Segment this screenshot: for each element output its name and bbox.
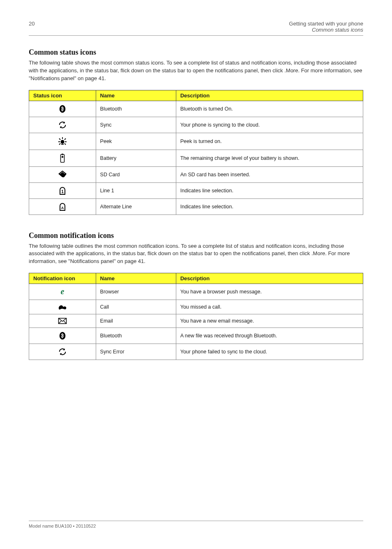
page-footer: Model name BUA100 • 20110522 [29,521,363,528]
cell-name: Bluetooth [96,328,176,344]
cell-desc: Peek is turned on. [176,133,363,150]
table-row: Call You missed a call. [29,300,363,314]
status-icons-table: Status icon Name Description Bluetooth B… [29,90,363,215]
breadcrumb: Getting started with your phone Common s… [289,21,363,33]
table-row: SD Card An SD card has been inserted. [29,166,363,182]
footer-text: Model name BUA100 • 20110522 [29,524,96,528]
table-row: Bluetooth Bluetooth is turned On. [29,101,363,117]
browser-icon: e [33,287,92,296]
cell-name: Call [96,300,176,314]
breadcrumb-line1: Getting started with your phone [289,21,363,27]
table-row: Bluetooth A new file was received throug… [29,328,363,344]
table-row: A Alternate Line Indicates line selectio… [29,198,363,215]
svg-text:A: A [61,206,64,210]
bluetooth-icon [33,331,92,340]
section-description-status-icons: The following table shows the most commo… [29,59,363,83]
cell-name: Email [96,314,176,328]
svg-line-7 [65,138,66,140]
cell-name: Line 1 [96,182,176,198]
page-header: 20 Getting started with your phone Commo… [29,21,363,36]
cell-desc: Bluetooth is turned On. [176,101,363,117]
svg-point-1 [60,140,64,143]
cell-desc: An SD card has been inserted. [176,166,363,182]
section-description-notification-icons: The following table outlines the most co… [29,242,363,266]
cell-name: Browser [96,284,176,300]
page-number: 20 [29,21,35,27]
svg-rect-13 [61,157,63,157]
svg-line-9 [65,143,66,145]
th-status-desc: Description [176,90,363,101]
table-row: Sync Error Your phone failed to sync to … [29,344,363,360]
svg-rect-2 [61,144,64,145]
cell-name: Alternate Line [96,198,176,215]
th-status-name: Name [96,90,176,101]
cell-desc: Your phone is syncing to the cloud. [176,117,363,133]
alternate-line-icon: A [33,202,92,211]
th-notif-name: Name [96,273,176,284]
cell-desc: The remaining charge level of your batte… [176,150,363,166]
table-row: Peek Peek is turned on. [29,133,363,150]
sdcard-icon [33,170,92,179]
table-row: Email You have a new email message. [29,314,363,328]
cell-name: Sync [96,117,176,133]
table-row: e Browser You have a browser push messag… [29,284,363,300]
cell-desc: You have a new email message. [176,314,363,328]
svg-text:1: 1 [61,189,64,194]
table-row: Battery The remaining charge level of yo… [29,150,363,166]
sync-icon [33,120,92,129]
cell-desc: Indicates line selection. [176,198,363,215]
brightness-peek-icon [33,136,92,146]
section-heading-status-icons: Common status icons [29,48,363,57]
breadcrumb-line2: Common status icons [289,27,363,33]
th-notif-desc: Description [176,273,363,284]
email-icon [33,318,92,324]
section-heading-notification-icons: Common notification icons [29,231,363,240]
cell-name: Sync Error [96,344,176,360]
cell-name: Peek [96,133,176,150]
cell-desc: You have a browser push message. [176,284,363,300]
th-notif-icon: Notification icon [29,273,96,284]
cell-name: SD Card [96,166,176,182]
cell-name: Bluetooth [96,101,176,117]
battery-icon [33,153,92,163]
table-row: 1 Line 1 Indicates line selection. [29,182,363,198]
cell-desc: A new file was received through Bluetoot… [176,328,363,344]
svg-line-6 [59,138,60,140]
cell-desc: You missed a call. [176,300,363,314]
phone-call-icon [33,303,92,311]
cell-name: Battery [96,150,176,166]
svg-text:e: e [60,287,64,296]
notification-icons-table: Notification icon Name Description e Bro… [29,273,363,360]
svg-rect-11 [60,155,64,162]
svg-line-8 [59,143,60,145]
th-status-icon: Status icon [29,90,96,101]
cell-desc: Indicates line selection. [176,182,363,198]
cell-desc: Your phone failed to sync to the cloud. [176,344,363,360]
line1-icon: 1 [33,186,92,195]
sync-error-icon [33,347,92,356]
table-row: Sync Your phone is syncing to the cloud. [29,117,363,133]
bluetooth-icon [33,104,92,113]
